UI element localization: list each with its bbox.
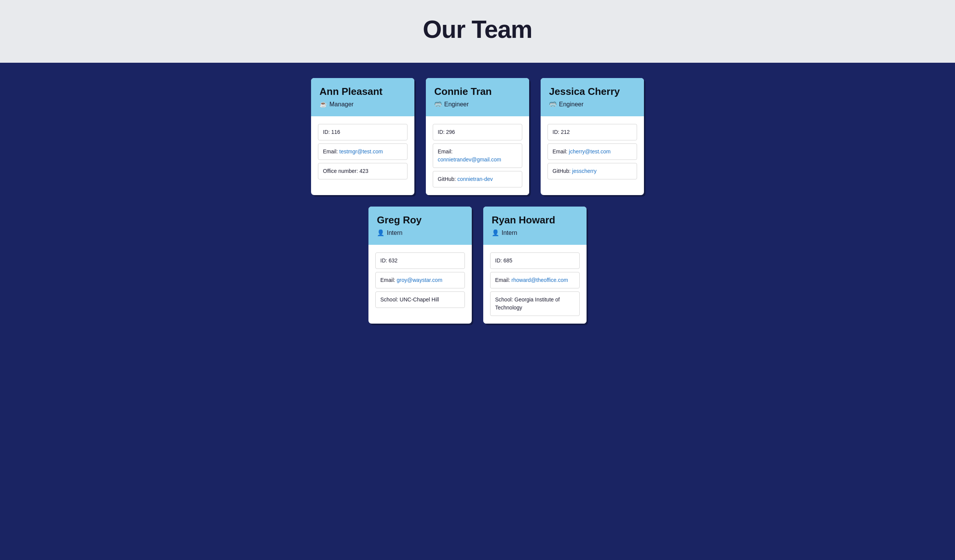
card-body-jessica: ID: 212 Email: jcherry@test.com GitHub: …	[541, 116, 644, 187]
id-field-ann: ID: 116	[318, 124, 407, 140]
card-body-ann: ID: 116 Email: testmgr@test.com Office n…	[311, 116, 414, 187]
email-field-ryan: Email: rhoward@theoffice.com	[490, 272, 580, 288]
member-role-connie: 🥽 Engineer	[434, 101, 521, 108]
email-field-greg: Email: groy@waystar.com	[375, 272, 465, 288]
card-header-ryan: Ryan Howard 👤 Intern	[483, 207, 587, 245]
member-name-connie: Connie Tran	[434, 86, 521, 98]
row-1: Ann Pleasant ☕ Manager ID: 116 Email: te…	[267, 78, 688, 195]
github-link-connie[interactable]: connietran-dev	[457, 176, 493, 182]
member-role-greg: 👤 Intern	[377, 229, 463, 236]
email-link-connie[interactable]: connietrandev@gmail.com	[438, 156, 501, 163]
member-name-ann: Ann Pleasant	[319, 86, 406, 98]
member-name-jessica: Jessica Cherry	[549, 86, 636, 98]
card-header-jessica: Jessica Cherry 🥽 Engineer	[541, 78, 644, 116]
page-title: Our Team	[8, 15, 947, 44]
card-header-connie: Connie Tran 🥽 Engineer	[426, 78, 529, 116]
github-field-jessica: GitHub: jesscherry	[548, 163, 637, 179]
member-name-ryan: Ryan Howard	[492, 214, 578, 226]
school-field-ryan: School: Georgia Institute of Technology	[490, 291, 580, 316]
member-role-jessica: 🥽 Engineer	[549, 101, 636, 108]
member-name-greg: Greg Roy	[377, 214, 463, 226]
email-field-jessica: Email: jcherry@test.com	[548, 143, 637, 160]
card-greg-roy: Greg Roy 👤 Intern ID: 632 Email: groy@wa…	[368, 207, 472, 324]
card-connie-tran: Connie Tran 🥽 Engineer ID: 296 Email: co…	[426, 78, 529, 195]
email-field-connie: Email: connietrandev@gmail.com	[433, 143, 522, 168]
member-role-ann: ☕ Manager	[319, 101, 406, 108]
email-link-ann[interactable]: testmgr@test.com	[339, 148, 383, 155]
card-ryan-howard: Ryan Howard 👤 Intern ID: 685 Email: rhow…	[483, 207, 587, 324]
card-header-greg: Greg Roy 👤 Intern	[368, 207, 472, 245]
id-field-greg: ID: 632	[375, 252, 465, 269]
card-body-ryan: ID: 685 Email: rhoward@theoffice.com Sch…	[483, 245, 587, 324]
id-field-ryan: ID: 685	[490, 252, 580, 269]
card-jessica-cherry: Jessica Cherry 🥽 Engineer ID: 212 Email:…	[541, 78, 644, 195]
id-field-connie: ID: 296	[433, 124, 522, 140]
id-field-jessica: ID: 212	[548, 124, 637, 140]
github-field-connie: GitHub: connietran-dev	[433, 171, 522, 187]
cards-container: Ann Pleasant ☕ Manager ID: 116 Email: te…	[267, 78, 688, 324]
page-header: Our Team	[0, 0, 955, 63]
email-link-ryan[interactable]: rhoward@theoffice.com	[512, 277, 568, 283]
email-field-ann: Email: testmgr@test.com	[318, 143, 407, 160]
role-icon-jessica: 🥽	[549, 101, 557, 108]
email-link-greg[interactable]: groy@waystar.com	[397, 277, 442, 283]
card-ann-pleasant: Ann Pleasant ☕ Manager ID: 116 Email: te…	[311, 78, 414, 195]
school-field-greg: School: UNC-Chapel Hill	[375, 291, 465, 308]
role-icon-ann: ☕	[319, 101, 327, 108]
email-link-jessica[interactable]: jcherry@test.com	[569, 148, 611, 155]
row-2: Greg Roy 👤 Intern ID: 632 Email: groy@wa…	[267, 207, 688, 324]
main-content: Ann Pleasant ☕ Manager ID: 116 Email: te…	[0, 63, 955, 358]
card-body-greg: ID: 632 Email: groy@waystar.com School: …	[368, 245, 472, 316]
github-link-jessica[interactable]: jesscherry	[572, 168, 596, 174]
card-header-ann: Ann Pleasant ☕ Manager	[311, 78, 414, 116]
role-icon-ryan: 👤	[492, 229, 499, 236]
member-role-ryan: 👤 Intern	[492, 229, 578, 236]
card-body-connie: ID: 296 Email: connietrandev@gmail.com G…	[426, 116, 529, 195]
role-icon-connie: 🥽	[434, 101, 442, 108]
role-icon-greg: 👤	[377, 229, 385, 236]
extra-field-ann: Office number: 423	[318, 163, 407, 179]
